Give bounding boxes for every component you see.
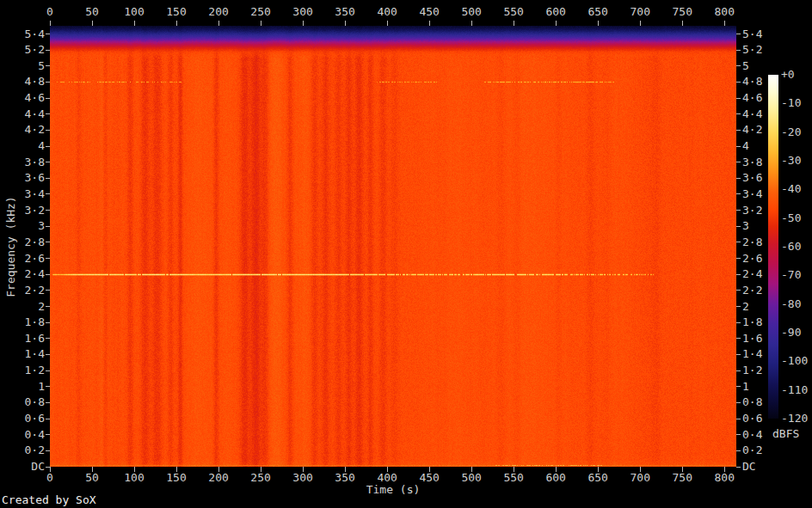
y-axis-left-tick-label: 4·2 (0, 124, 45, 136)
y-axis-left-tick (46, 386, 50, 387)
y-axis-right-tick (736, 322, 741, 323)
y-axis-right-tick (736, 162, 741, 162)
x-axis-bottom-tick-label: 800 (698, 472, 750, 484)
y-axis-right-tick (736, 242, 741, 242)
y-axis-left-tick (46, 354, 50, 355)
y-axis-right-tick-label: 0·4 (742, 429, 777, 441)
y-axis-right-tick-label: 0·2 (742, 444, 777, 456)
colorbar-tick-label: -120 (781, 413, 812, 425)
y-axis-left-tick (46, 290, 50, 291)
y-axis-left-tick (46, 226, 50, 227)
y-axis-left-tick (46, 258, 50, 259)
x-axis-top-tick (261, 21, 261, 26)
y-axis-right-tick (736, 467, 741, 468)
colorbar-tick-label: -70 (781, 269, 812, 281)
y-axis-left-tick-label: 0·2 (0, 444, 45, 456)
y-axis-left-tick-label: 2 (0, 301, 45, 313)
y-axis-left-tick (46, 306, 50, 307)
y-axis-left-tick (46, 450, 50, 451)
y-axis-right-tick (736, 450, 741, 451)
colorbar-unit-label: dBFS (772, 428, 799, 440)
x-axis-top-tick (682, 21, 683, 26)
y-axis-left-tick (46, 210, 50, 211)
y-axis-left-tick-label: DC (0, 461, 45, 473)
y-axis-left-tick-label: 2·6 (0, 253, 45, 265)
x-axis-top-tick (598, 21, 599, 26)
y-axis-left-tick (46, 274, 50, 275)
colorbar-tick-label: -90 (781, 327, 812, 339)
y-axis-left-tick (46, 467, 50, 468)
y-axis-left-tick (46, 34, 50, 34)
y-axis-left-tick-label: 3·8 (0, 156, 45, 168)
x-axis-top-tick (429, 21, 430, 26)
y-axis-left-tick-label: 1 (0, 381, 45, 393)
y-axis-right-tick (736, 226, 741, 227)
y-axis-right-tick (736, 386, 741, 387)
y-axis-left-tick-label: 1·6 (0, 333, 45, 345)
x-axis-top-tick (387, 21, 388, 26)
x-axis-top-tick (303, 21, 304, 26)
y-axis-left-tick (46, 434, 50, 435)
y-axis-right-tick (736, 354, 741, 355)
x-axis-top-tick (134, 21, 135, 26)
y-axis-left-tick-label: 0·6 (0, 413, 45, 425)
y-axis-right-tick (736, 34, 741, 34)
x-axis-top-tick (724, 21, 725, 26)
colorbar-tick-label: -50 (781, 212, 812, 224)
y-axis-left-tick (46, 113, 50, 114)
x-axis-top-tick (218, 21, 219, 26)
y-axis-right-tick (736, 370, 741, 371)
y-axis-right-tick (736, 274, 741, 275)
y-axis-left-tick-label: 1·2 (0, 364, 45, 376)
y-axis-right-tick (736, 82, 741, 83)
y-axis-right-tick (736, 402, 741, 403)
y-axis-left-tick-label: 5 (0, 60, 45, 72)
y-axis-left-tick (46, 370, 50, 371)
y-axis-left-tick-label: 3·2 (0, 205, 45, 217)
colorbar-tick-label: -40 (781, 183, 812, 195)
y-axis-left-tick (46, 162, 50, 162)
y-axis-left-tick-label: 4·4 (0, 108, 45, 120)
x-axis-top-tick (345, 21, 346, 26)
y-axis-left-tick-label: 1·8 (0, 316, 45, 328)
y-axis-left-tick-label: 3·4 (0, 188, 45, 200)
y-axis-left-tick (46, 130, 50, 131)
y-axis-right-tick (736, 290, 741, 291)
y-axis-left-tick-label: 3 (0, 220, 45, 232)
spectrogram-canvas (50, 26, 736, 467)
y-axis-left-tick (46, 82, 50, 83)
y-axis-left-tick-label: 5·2 (0, 44, 45, 56)
y-axis-right-tick (736, 178, 741, 179)
y-axis-left-tick (46, 193, 50, 194)
y-axis-right-tick (736, 258, 741, 259)
y-axis-right-tick-label: DC (742, 461, 777, 473)
colorbar-tick-label: -30 (781, 155, 812, 167)
y-axis-left-tick (46, 50, 50, 51)
y-axis-right-tick (736, 338, 741, 339)
y-axis-left-tick-label: 2·4 (0, 268, 45, 280)
y-axis-left-tick-label: 3·6 (0, 172, 45, 184)
y-axis-left-tick-label: 2·8 (0, 236, 45, 248)
x-axis-top-tick (50, 21, 51, 26)
x-axis-top-tick (556, 21, 557, 26)
sox-spectrogram-window: Frequency (kHz) Time (s) 005050100100150… (0, 0, 812, 508)
y-axis-right-tick (736, 50, 741, 51)
y-axis-right-tick (736, 146, 741, 147)
y-axis-right-tick (736, 113, 741, 114)
y-axis-right-tick-label: 5·4 (742, 28, 777, 40)
y-axis-right-tick-label: 5 (742, 60, 777, 72)
y-axis-left-tick (46, 146, 50, 147)
y-axis-left-tick (46, 402, 50, 403)
x-axis-top-tick (92, 21, 93, 26)
x-axis-top-tick-label: 800 (698, 6, 750, 18)
colorbar-tick-label: -10 (781, 97, 812, 109)
y-axis-left-tick (46, 338, 50, 339)
y-axis-left-tick-label: 2·2 (0, 285, 45, 297)
y-axis-right-tick (736, 65, 741, 66)
y-axis-right-tick (736, 434, 741, 435)
colorbar (768, 75, 778, 419)
colorbar-tick-label: -20 (781, 126, 812, 138)
x-axis-top-tick (176, 21, 177, 26)
y-axis-left-tick (46, 242, 50, 242)
x-axis-top-tick (640, 21, 641, 26)
